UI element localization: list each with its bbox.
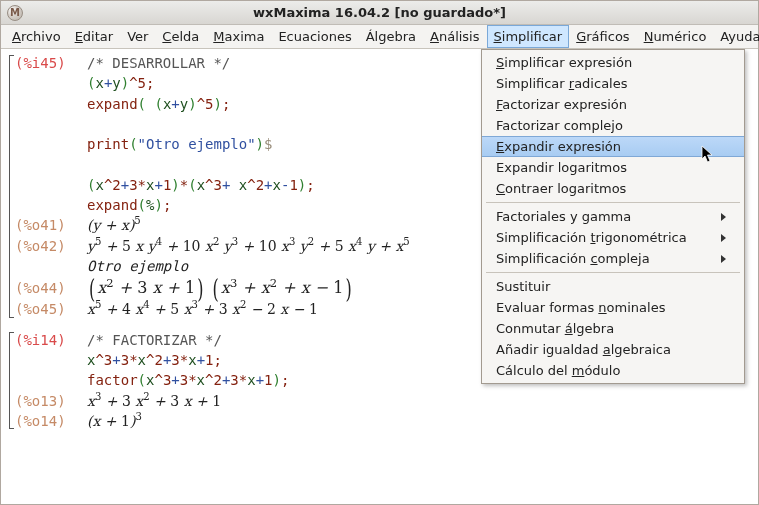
dd-item-label: Sustituir xyxy=(496,279,550,294)
dd-simplificación-trigonométrica[interactable]: Simplificación trigonométrica xyxy=(482,227,744,248)
input-code[interactable]: (x+y)^5; xyxy=(87,73,154,93)
submenu-arrow-icon xyxy=(721,234,726,242)
dd-item-label: Factorizar expresión xyxy=(496,97,627,112)
dd-simplificar-expresión[interactable]: Simplificar expresión xyxy=(482,52,744,73)
dd-item-label: Conmutar álgebra xyxy=(496,321,614,336)
menu-numérico[interactable]: Numérico xyxy=(637,25,714,48)
output-label: (%o13) xyxy=(15,391,87,411)
window-title: wxMaxima 16.04.2 [no guardado*] xyxy=(29,5,730,20)
dd-item-label: Factoriales y gamma xyxy=(496,209,631,224)
input-code[interactable]: factor(x^3+3*x^2+3*x+1); xyxy=(87,370,289,390)
menu-gráficos[interactable]: Gráficos xyxy=(569,25,636,48)
submenu-arrow-icon xyxy=(721,213,726,221)
math-output: y5 + 5 x y4 + 10 x2 y3 + 10 x3 y2 + 5 x4… xyxy=(87,236,410,256)
dd-expandir-expresión[interactable]: Expandir expresión xyxy=(482,136,744,157)
dd-item-label: Contraer logaritmos xyxy=(496,181,626,196)
math-output: (x2 + 3 x + 1) (x3 + x2 + x − 1) xyxy=(87,276,354,299)
dropdown-separator xyxy=(486,272,740,273)
output-label: (%o42) xyxy=(15,236,87,256)
input-code[interactable]: expand(%); xyxy=(87,195,171,215)
dd-expandir-logaritmos[interactable]: Expandir logaritmos xyxy=(482,157,744,178)
math-output: x3 + 3 x2 + 3 x + 1 xyxy=(87,391,221,411)
menu-análisis[interactable]: Análisis xyxy=(423,25,487,48)
title-bar: M wxMaxima 16.04.2 [no guardado*] xyxy=(1,1,758,25)
dd-sustituir[interactable]: Sustituir xyxy=(482,276,744,297)
menu-álgebra[interactable]: Álgebra xyxy=(359,25,423,48)
app-window: M wxMaxima 16.04.2 [no guardado*] Archiv… xyxy=(0,0,759,505)
input-code[interactable]: (x^2+3*x+1)*(x^3+ x^2+x-1); xyxy=(87,175,315,195)
math-output: (y + x)5 xyxy=(87,215,141,235)
dropdown-separator xyxy=(486,202,740,203)
dd-evaluar-formas-nominales[interactable]: Evaluar formas nominales xyxy=(482,297,744,318)
menu-celda[interactable]: Celda xyxy=(155,25,206,48)
cell-bracket[interactable] xyxy=(7,330,15,431)
dd-factoriales-y-gamma[interactable]: Factoriales y gamma xyxy=(482,206,744,227)
dd-item-label: Factorizar complejo xyxy=(496,118,623,133)
simplificar-dropdown[interactable]: Simplificar expresiónSimplificar radical… xyxy=(481,49,745,384)
menu-ecuaciones[interactable]: Ecuaciones xyxy=(271,25,358,48)
output-label: (%o41) xyxy=(15,215,87,235)
input-code[interactable] xyxy=(87,114,95,134)
dd-añadir-igualdad-algebraica[interactable]: Añadir igualdad algebraica xyxy=(482,339,744,360)
input-code[interactable]: /* DESARROLLAR */ xyxy=(87,53,230,73)
menu-editar[interactable]: Editar xyxy=(68,25,121,48)
output-label: (%o44) xyxy=(15,278,87,298)
dd-factorizar-expresión[interactable]: Factorizar expresión xyxy=(482,94,744,115)
content-area: (%i45)/* DESARROLLAR */(x+y)^5;expand( (… xyxy=(1,49,758,504)
dd-item-label: Simplificación trigonométrica xyxy=(496,230,687,245)
dd-factorizar-complejo[interactable]: Factorizar complejo xyxy=(482,115,744,136)
dd-simplificación-compleja[interactable]: Simplificación compleja xyxy=(482,248,744,269)
dd-item-label: Expandir logaritmos xyxy=(496,160,627,175)
dd-item-label: Cálculo del módulo xyxy=(496,363,620,378)
menu-simplificar[interactable]: Simplificar xyxy=(487,25,570,48)
prompt-label: (%i45) xyxy=(15,53,87,73)
dd-simplificar-radicales[interactable]: Simplificar radicales xyxy=(482,73,744,94)
input-code[interactable]: /* FACTORIZAR */ xyxy=(87,330,222,350)
menu-ayuda[interactable]: Ayuda xyxy=(713,25,759,48)
input-code[interactable]: x^3+3*x^2+3*x+1; xyxy=(87,350,222,370)
menu-ver[interactable]: Ver xyxy=(120,25,155,48)
output-label: (%o14) xyxy=(15,411,87,431)
submenu-arrow-icon xyxy=(721,255,726,263)
print-output: Otro ejemplo xyxy=(87,256,188,276)
input-code[interactable] xyxy=(87,154,95,174)
dd-cálculo-del-módulo[interactable]: Cálculo del módulo xyxy=(482,360,744,381)
dd-item-label: Simplificar expresión xyxy=(496,55,632,70)
input-code[interactable]: expand( (x+y)^5); xyxy=(87,94,230,114)
menu-archivo[interactable]: Archivo xyxy=(5,25,68,48)
output-label: (%o45) xyxy=(15,299,87,319)
app-icon-letter: M xyxy=(10,7,20,18)
dd-item-label: Evaluar formas nominales xyxy=(496,300,665,315)
dd-contraer-logaritmos[interactable]: Contraer logaritmos xyxy=(482,178,744,199)
cell-bracket[interactable] xyxy=(7,53,15,320)
dd-item-label: Simplificar radicales xyxy=(496,76,627,91)
math-output: (x + 1)3 xyxy=(87,411,142,431)
menu-maxima[interactable]: Maxima xyxy=(206,25,271,48)
menu-bar[interactable]: ArchivoEditarVerCeldaMaximaEcuacionesÁlg… xyxy=(1,25,758,49)
app-icon: M xyxy=(7,5,23,21)
dd-item-label: Simplificación compleja xyxy=(496,251,650,266)
prompt-label: (%i14) xyxy=(15,330,87,350)
input-code[interactable]: print("Otro ejemplo")$ xyxy=(87,134,272,154)
dd-item-label: Añadir igualdad algebraica xyxy=(496,342,671,357)
dd-conmutar-álgebra[interactable]: Conmutar álgebra xyxy=(482,318,744,339)
dd-item-label: Expandir expresión xyxy=(496,139,621,154)
